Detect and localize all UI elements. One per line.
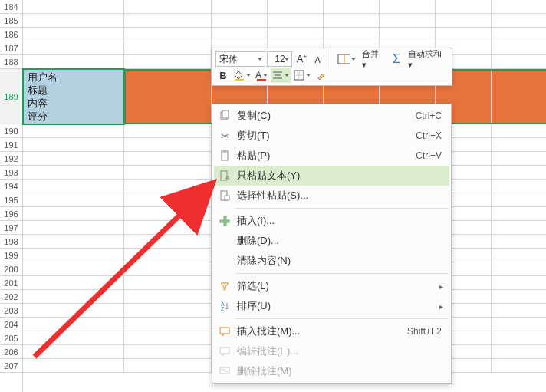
row-header[interactable]: 198	[0, 235, 22, 249]
cell[interactable]	[124, 55, 212, 68]
row-header[interactable]: 187	[0, 41, 22, 55]
cell[interactable]	[124, 14, 212, 27]
cell[interactable]	[23, 193, 124, 206]
row-header[interactable]: 188	[0, 55, 22, 69]
row-header[interactable]: 205	[0, 331, 22, 345]
cell[interactable]	[492, 304, 546, 317]
cell[interactable]	[124, 318, 212, 331]
row-header[interactable]: 202	[0, 290, 22, 304]
menu-paste[interactable]: 粘贴(P) Ctrl+V	[214, 146, 449, 166]
cell[interactable]	[124, 0, 212, 13]
cell[interactable]	[23, 290, 124, 303]
cell[interactable]	[492, 221, 546, 234]
borders-button[interactable]	[292, 68, 312, 83]
cell[interactable]	[23, 345, 124, 358]
cell[interactable]	[492, 28, 546, 41]
cell[interactable]	[436, 0, 492, 13]
cell[interactable]	[23, 249, 124, 262]
cell[interactable]	[492, 345, 546, 358]
cell[interactable]	[23, 0, 124, 13]
cell[interactable]	[492, 69, 546, 124]
font-name-select[interactable]: 宋体	[215, 51, 265, 67]
cell[interactable]	[23, 318, 124, 331]
row-header[interactable]: 207	[0, 359, 22, 373]
cell[interactable]	[23, 207, 124, 220]
cell[interactable]	[23, 221, 124, 234]
row-header[interactable]: 203	[0, 304, 22, 318]
cell[interactable]	[492, 235, 546, 248]
row-header[interactable]: 185	[0, 14, 22, 28]
cell[interactable]	[124, 345, 212, 358]
cell[interactable]	[124, 193, 212, 206]
menu-cut[interactable]: ✂ 剪切(T) Ctrl+X	[214, 126, 449, 146]
row-header[interactable]: 189	[0, 69, 22, 124]
autosum-label[interactable]: 自动求和 ▾	[406, 48, 448, 70]
cell[interactable]	[380, 0, 436, 13]
cell[interactable]	[124, 290, 212, 303]
cell[interactable]	[23, 235, 124, 248]
cell[interactable]	[23, 180, 124, 193]
cell[interactable]	[23, 262, 124, 275]
cell[interactable]	[23, 359, 124, 372]
cell[interactable]	[492, 55, 546, 68]
menu-clear[interactable]: 清除内容(N)	[214, 251, 449, 271]
cell[interactable]	[124, 262, 212, 275]
cell[interactable]	[23, 304, 124, 317]
cell[interactable]	[23, 41, 124, 54]
cell[interactable]	[124, 235, 212, 248]
menu-filter[interactable]: 筛选(L)	[214, 276, 449, 296]
cell[interactable]	[124, 138, 212, 151]
cell[interactable]	[124, 249, 212, 262]
cell[interactable]	[324, 0, 380, 13]
cell[interactable]	[124, 124, 212, 137]
cell[interactable]	[492, 276, 546, 289]
cell[interactable]	[23, 55, 124, 68]
row-header[interactable]: 201	[0, 276, 22, 290]
merge-label[interactable]: 合并 ▾	[359, 48, 387, 70]
cell[interactable]	[268, 28, 324, 41]
cell[interactable]	[436, 28, 492, 41]
cell[interactable]	[380, 28, 436, 41]
cell[interactable]	[492, 0, 546, 13]
menu-paste-special[interactable]: 选择性粘贴(S)...	[214, 186, 449, 206]
cell[interactable]	[124, 359, 212, 372]
row-header[interactable]: 194	[0, 180, 22, 193]
cell[interactable]	[23, 138, 124, 151]
row-header[interactable]: 204	[0, 318, 22, 331]
row-header[interactable]: 192	[0, 152, 22, 166]
cell[interactable]	[124, 207, 212, 220]
row-header[interactable]: 186	[0, 28, 22, 41]
cell[interactable]	[380, 14, 436, 27]
font-color-button[interactable]: A	[254, 68, 269, 83]
menu-delete[interactable]: 删除(D)...	[214, 231, 449, 251]
menu-insert-comment[interactable]: 插入批注(M)... Shift+F2	[214, 321, 449, 341]
merge-cells-button[interactable]	[336, 51, 357, 67]
cell[interactable]	[124, 166, 212, 179]
clear-format-icon[interactable]	[314, 68, 329, 83]
row-header[interactable]: 197	[0, 221, 22, 235]
cell[interactable]	[492, 331, 546, 344]
row-header[interactable]: 206	[0, 345, 22, 359]
font-size-select[interactable]: 12	[267, 51, 292, 67]
row-header[interactable]: 191	[0, 138, 22, 152]
align-button[interactable]	[271, 68, 291, 83]
cell[interactable]	[492, 249, 546, 262]
row-header[interactable]: 195	[0, 193, 22, 207]
cell[interactable]	[212, 14, 268, 27]
row-header[interactable]: 193	[0, 166, 22, 180]
cell[interactable]	[124, 152, 212, 165]
menu-insert[interactable]: 插入(I)...	[214, 211, 449, 231]
cell[interactable]	[23, 28, 124, 41]
cell[interactable]	[124, 41, 212, 54]
cell[interactable]	[23, 331, 124, 344]
cell[interactable]	[492, 180, 546, 193]
cell[interactable]	[23, 152, 124, 165]
cell[interactable]	[268, 14, 324, 27]
cell[interactable]	[492, 138, 546, 151]
cell[interactable]	[492, 152, 546, 165]
row-header[interactable]: 196	[0, 207, 22, 221]
cell[interactable]	[324, 28, 380, 41]
cell[interactable]	[492, 207, 546, 220]
fill-color-button[interactable]	[232, 68, 252, 83]
cell[interactable]	[436, 14, 492, 27]
